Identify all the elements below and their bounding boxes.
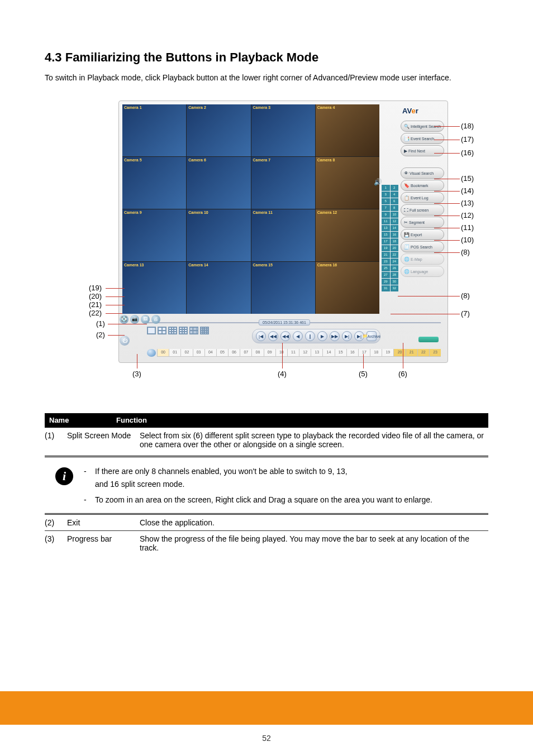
channel-chip[interactable]: 19: [382, 245, 390, 251]
channel-chip[interactable]: 7: [382, 205, 390, 211]
channel-chip[interactable]: 25: [382, 265, 390, 271]
hour-cell[interactable]: 18: [370, 349, 382, 357]
split-9-icon[interactable]: [168, 327, 177, 334]
hdd-knob-icon[interactable]: 💽: [120, 315, 129, 324]
channel-chip[interactable]: 14: [391, 225, 399, 231]
channel-chip[interactable]: 26: [391, 265, 399, 271]
row2-num: (2): [45, 518, 67, 527]
find-next-button[interactable]: ▶Find Next: [401, 145, 444, 156]
channel-chip[interactable]: 28: [391, 272, 399, 278]
rewind-button[interactable]: ◀◀: [280, 331, 291, 341]
split-8-icon[interactable]: [189, 327, 198, 334]
segment-button[interactable]: ✂Segment: [401, 217, 444, 228]
hour-cell[interactable]: 01: [169, 349, 180, 357]
callout-1: (1): [96, 319, 105, 328]
camera-tile: Camera 2: [187, 104, 250, 156]
language-button[interactable]: 🌐Language: [401, 266, 444, 277]
hour-cell[interactable]: 02: [180, 349, 192, 357]
channel-chip[interactable]: 11: [382, 218, 390, 224]
hour-cell[interactable]: 22: [417, 349, 429, 357]
callout-8b: (8): [461, 291, 470, 300]
visual-search-button[interactable]: 👁Visual Search: [401, 168, 444, 179]
hour-cell[interactable]: 14: [322, 349, 334, 357]
hour-cell[interactable]: 13: [311, 349, 322, 357]
channel-chip[interactable]: 23: [382, 259, 390, 265]
hour-bar[interactable]: 0001020304050607080910111213141516171819…: [147, 349, 441, 357]
channel-chip[interactable]: 22: [391, 252, 399, 258]
channel-chip[interactable]: 1: [382, 185, 390, 191]
event-log-button[interactable]: 📋Event Log: [401, 192, 444, 203]
channel-chip[interactable]: 29: [382, 279, 390, 285]
next-button[interactable]: ▶|: [342, 331, 352, 341]
exit-button[interactable]: ⏻: [120, 336, 130, 346]
prev-button[interactable]: ◀◀: [268, 331, 278, 341]
channel-chip[interactable]: 12: [391, 218, 399, 224]
hour-cell[interactable]: 04: [204, 349, 216, 357]
channel-chip[interactable]: 5: [382, 198, 390, 204]
split-screen-selector[interactable]: [147, 327, 209, 334]
hour-cell[interactable]: 17: [358, 349, 370, 357]
hour-cell[interactable]: 08: [251, 349, 263, 357]
channel-chip[interactable]: 4: [391, 192, 399, 198]
split-13-icon[interactable]: [179, 327, 188, 334]
bookmark-button[interactable]: 🔖Bookmark: [401, 180, 444, 191]
channel-chip[interactable]: 20: [391, 245, 399, 251]
channel-chip[interactable]: 21: [382, 252, 390, 258]
pause-button[interactable]: ‖: [305, 331, 315, 341]
channel-chip[interactable]: 3: [382, 192, 390, 198]
hour-cell[interactable]: 09: [264, 349, 275, 357]
channel-chip[interactable]: 24: [391, 259, 399, 265]
fastfwd-button[interactable]: ▶▶: [330, 331, 340, 341]
callout-15: (15): [461, 174, 474, 183]
callout-17: (17): [461, 135, 474, 143]
split-4-icon[interactable]: [158, 327, 166, 334]
channel-chip[interactable]: 15: [382, 232, 390, 238]
hour-cell[interactable]: 19: [382, 349, 393, 357]
hour-cell[interactable]: 20: [393, 349, 405, 357]
play-button[interactable]: ▶: [317, 331, 327, 341]
camera-knob-icon[interactable]: 📷: [130, 315, 139, 324]
emap-button[interactable]: 🌐E-Map: [401, 253, 444, 265]
snapshot-knob-icon[interactable]: 🖼: [141, 315, 150, 324]
channel-chip[interactable]: 10: [391, 212, 399, 218]
hour-cell[interactable]: 07: [240, 349, 251, 357]
channel-chip[interactable]: 32: [391, 285, 399, 291]
print-knob-icon[interactable]: 🖨: [151, 315, 160, 324]
split-1-icon[interactable]: [147, 327, 156, 334]
channel-chip[interactable]: 6: [391, 198, 399, 204]
hour-cell[interactable]: 06: [228, 349, 240, 357]
hour-cell[interactable]: 12: [299, 349, 311, 357]
hour-cell[interactable]: 16: [346, 349, 358, 357]
hour-cell[interactable]: 11: [287, 349, 299, 357]
channel-chip[interactable]: 13: [382, 225, 390, 231]
full-screen-button[interactable]: ⛶Full screen: [401, 204, 444, 216]
progress-bar[interactable]: 05/24/2011 15:31:36 461: [147, 320, 441, 326]
camera-tile: Camera 16: [316, 262, 379, 314]
begin-button[interactable]: |◀: [256, 331, 266, 341]
play-rev-button[interactable]: ◀: [293, 331, 303, 341]
channel-chip[interactable]: 30: [391, 279, 399, 285]
split-16-icon[interactable]: [200, 327, 209, 334]
hour-cell[interactable]: 15: [335, 349, 346, 357]
hour-cell[interactable]: 00: [157, 349, 169, 357]
hour-cell[interactable]: 10: [275, 349, 287, 357]
channel-chip[interactable]: 27: [382, 272, 390, 278]
hour-cell[interactable]: 03: [193, 349, 204, 357]
channel-chip[interactable]: 16: [391, 232, 399, 238]
archive-button[interactable]: 📁Archive: [367, 331, 377, 341]
hour-cell[interactable]: 21: [406, 349, 417, 357]
channel-chip[interactable]: 18: [391, 238, 399, 245]
export-button[interactable]: 💾Export: [401, 229, 444, 240]
channel-chip[interactable]: 2: [391, 185, 399, 191]
channel-chip[interactable]: 8: [391, 205, 399, 211]
channel-chip[interactable]: 9: [382, 212, 390, 218]
callout-14: (14): [461, 186, 474, 195]
camera-tile: Camera 10: [187, 209, 250, 261]
pos-search-button[interactable]: 🧾POS Search: [401, 241, 444, 252]
event-search-button[interactable]: 📑Event Search: [401, 133, 444, 144]
hour-cell[interactable]: 23: [429, 349, 441, 357]
hour-cell[interactable]: 05: [216, 349, 228, 357]
channel-chip[interactable]: 17: [382, 238, 390, 245]
channel-chip[interactable]: 31: [382, 285, 390, 291]
header-name: Name: [45, 413, 112, 428]
